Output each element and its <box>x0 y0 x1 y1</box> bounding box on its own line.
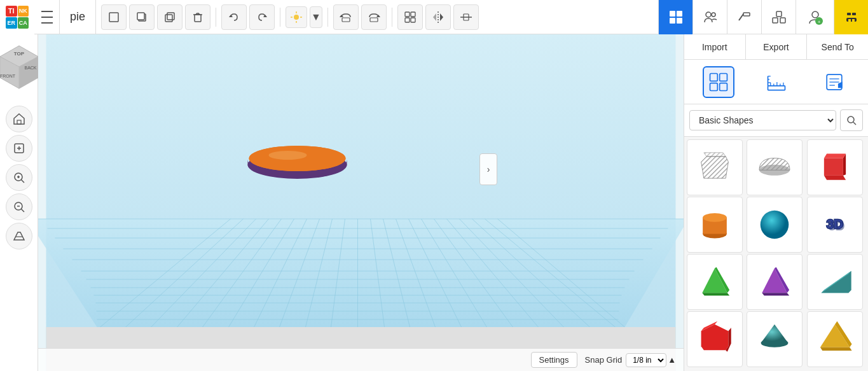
settings-button[interactable]: Settings <box>531 352 577 368</box>
logo-cell-ti: TI <box>6 6 17 17</box>
delete-button[interactable] <box>185 4 210 30</box>
svg-point-12 <box>294 15 299 20</box>
project-name[interactable]: pie <box>60 0 96 34</box>
perspective-icon <box>13 230 25 242</box>
logo-cell-nk: NK <box>18 6 29 17</box>
shape-teal-2[interactable] <box>747 311 803 367</box>
logo[interactable]: TI NK ER CA <box>0 0 34 34</box>
shape-striped-box[interactable] <box>687 139 743 195</box>
panel-toggle-button[interactable]: › <box>479 153 497 185</box>
redo-button[interactable] <box>249 4 275 30</box>
svg-line-65 <box>21 180 24 183</box>
group-button[interactable] <box>397 4 423 30</box>
light-icon <box>290 11 303 24</box>
search-button[interactable] <box>840 109 863 131</box>
zoom-in-button[interactable] <box>6 164 32 191</box>
main-canvas <box>38 34 684 371</box>
svg-rect-20 <box>370 18 378 22</box>
shape-pyramid-green[interactable] <box>687 254 743 310</box>
home-button[interactable] <box>6 106 32 132</box>
right-panel-toolbar <box>684 60 868 104</box>
new-icon <box>108 11 120 23</box>
snap-grid-control: Snap Grid 1/8 in 1/4 in 1/2 in 1 in ▲ <box>585 353 676 367</box>
svg-marker-158 <box>761 325 789 343</box>
snap-grid-select[interactable]: 1/8 in 1/4 in 1/2 in 1 in <box>626 353 666 367</box>
zoom-out-button[interactable] <box>6 193 32 220</box>
menu-line-1 <box>41 11 53 12</box>
separator-2 <box>280 8 280 27</box>
profile-icon: + <box>806 8 824 26</box>
shapes-panel: Basic Shapes Letters Numbers Math Connec… <box>684 104 868 371</box>
category-dropdown[interactable]: Basic Shapes Letters Numbers Math Connec… <box>689 110 836 130</box>
svg-marker-11 <box>263 15 267 17</box>
snap-dropdown-icon: ▲ <box>668 355 676 365</box>
svg-marker-150 <box>702 293 729 295</box>
import-button[interactable]: Import <box>684 34 746 59</box>
svg-rect-30 <box>670 11 675 17</box>
svg-rect-48 <box>848 19 851 22</box>
svg-rect-36 <box>743 13 750 16</box>
shape-sphere[interactable] <box>747 197 803 253</box>
logo-grid: TI NK ER CA <box>6 6 29 29</box>
svg-rect-113 <box>719 73 727 81</box>
svg-rect-5 <box>195 15 201 22</box>
svg-rect-49 <box>852 19 855 22</box>
export-button[interactable]: Export <box>746 34 808 59</box>
svg-text:BACK: BACK <box>24 66 36 70</box>
canvas-area[interactable]: › Settings Snap Grid 1/8 in 1/4 in 1/2 i… <box>38 34 684 371</box>
svg-text:FRONT: FRONT <box>0 74 15 78</box>
svg-text:TOP: TOP <box>13 51 24 57</box>
profile-button[interactable]: + <box>796 0 834 34</box>
mirror-button[interactable] <box>425 4 451 30</box>
svg-marker-138 <box>824 176 846 180</box>
copy-button[interactable] <box>129 4 155 30</box>
svg-rect-18 <box>342 18 350 22</box>
build-button[interactable] <box>727 0 761 34</box>
shape-3d-text[interactable]: 3D 3D <box>807 197 863 253</box>
avatar-button[interactable] <box>834 0 868 34</box>
shape-wedge-teal[interactable] <box>807 254 863 310</box>
view-tab-notes[interactable] <box>818 66 850 98</box>
view-tab-ruler[interactable] <box>761 66 792 98</box>
avatar-icon <box>842 8 861 27</box>
svg-rect-112 <box>710 73 717 81</box>
undo-button[interactable] <box>221 4 247 30</box>
community-button[interactable] <box>692 0 727 34</box>
view-tab-grid[interactable] <box>703 66 734 98</box>
svg-marker-160 <box>820 347 852 351</box>
svg-marker-130 <box>837 81 842 88</box>
blocks-button[interactable] <box>761 0 796 34</box>
shape-red-2[interactable] <box>687 311 743 367</box>
shape-red-box[interactable] <box>807 139 863 195</box>
redo-shape-button[interactable] <box>361 4 387 30</box>
separator-4 <box>392 8 392 27</box>
undo-shape-button[interactable] <box>333 4 359 30</box>
community-icon <box>703 10 718 25</box>
shape-yellow[interactable] <box>807 311 863 367</box>
perspective-button[interactable] <box>6 223 32 249</box>
new-button[interactable] <box>101 4 127 30</box>
shape-half-sphere[interactable] <box>747 139 803 195</box>
duplicate-button[interactable] <box>157 4 183 30</box>
send-to-button[interactable]: Send To <box>807 34 868 59</box>
menu-line-2 <box>41 17 53 18</box>
trash-icon <box>192 11 203 23</box>
fit-button[interactable] <box>6 135 32 162</box>
align-button[interactable] <box>453 4 479 30</box>
svg-marker-57 <box>14 114 24 124</box>
svg-rect-4 <box>167 13 174 20</box>
menu-icon[interactable] <box>34 0 60 34</box>
zoom-out-icon <box>13 200 25 213</box>
grid-view-button[interactable] <box>658 0 692 34</box>
right-panel: Import Export Send To <box>684 34 868 371</box>
svg-rect-22 <box>411 12 415 17</box>
svg-line-68 <box>21 209 24 213</box>
svg-rect-39 <box>780 18 785 23</box>
hammer-icon <box>737 10 752 25</box>
shape-cylinder[interactable] <box>687 197 743 253</box>
duplicate-icon <box>164 11 176 23</box>
shape-pyramid-purple[interactable] <box>747 254 803 310</box>
light-dropdown[interactable]: ▼ <box>310 6 322 28</box>
light-button[interactable] <box>286 6 307 28</box>
svg-marker-134 <box>701 157 729 178</box>
